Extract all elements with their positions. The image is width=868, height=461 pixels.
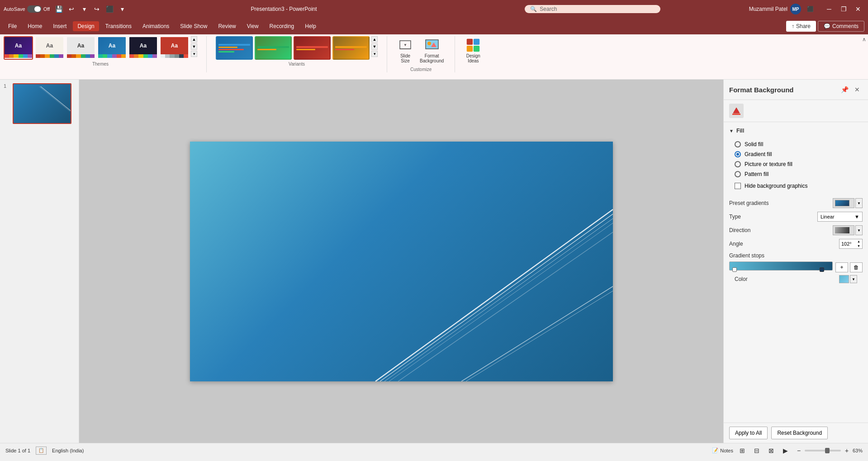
notes-button[interactable]: 📝 Notes: [712, 447, 733, 453]
fill-section-header[interactable]: ▼ Fill: [724, 126, 868, 138]
slide-thumb-1[interactable]: [13, 83, 71, 124]
fill-radio-group: Solid fill Gradient fill Picture or text…: [724, 138, 868, 181]
menu-design[interactable]: Design: [73, 21, 99, 31]
themes-scroll-up[interactable]: ▲: [191, 36, 197, 43]
variants-content: ▲ ▼ ▾: [216, 36, 378, 60]
zoom-out-button[interactable]: −: [795, 447, 803, 454]
panel-pin-icon[interactable]: 📌: [839, 84, 850, 95]
menu-insert[interactable]: Insert: [48, 21, 71, 31]
menu-help[interactable]: Help: [300, 21, 321, 31]
stop-handle-left[interactable]: [732, 267, 737, 272]
ribbon-collapse-button[interactable]: ∧: [862, 36, 866, 43]
gradient-fill-option[interactable]: Gradient fill: [735, 149, 857, 159]
theme-card-3[interactable]: Aa: [66, 36, 95, 60]
undo-dropdown-icon[interactable]: ▾: [79, 4, 90, 14]
format-panel: Format Background 📌 ✕ ▼ Fill: [723, 80, 868, 443]
menu-animations[interactable]: Animations: [138, 21, 174, 31]
zoom-in-button[interactable]: +: [843, 447, 851, 454]
menu-view[interactable]: View: [242, 21, 263, 31]
panel-title: Format Background: [729, 86, 794, 94]
fill-icon-button[interactable]: [729, 104, 744, 118]
variants-scroll-up[interactable]: ▲: [371, 36, 378, 43]
slide-size-button[interactable]: ▼ SlideSize: [396, 36, 414, 65]
hide-background-checkbox[interactable]: [735, 183, 741, 189]
menu-transitions[interactable]: Transitions: [101, 21, 136, 31]
type-dropdown[interactable]: Linear ▼: [817, 212, 863, 222]
solid-fill-option[interactable]: Solid fill: [735, 139, 857, 149]
variant-card-2[interactable]: [255, 36, 292, 60]
slide-canvas[interactable]: [190, 142, 613, 381]
variant-card-3[interactable]: [294, 36, 331, 60]
format-background-button[interactable]: FormatBackground: [418, 36, 446, 65]
preset-gradient-preview[interactable]: [833, 198, 854, 208]
hide-background-label: Hide background graphics: [745, 183, 807, 189]
pattern-fill-radio[interactable]: [735, 171, 741, 177]
customize-qat-icon[interactable]: ▾: [117, 4, 128, 14]
slide-sorter-button[interactable]: ⊟: [751, 445, 762, 456]
color-picker[interactable]: ▼: [839, 275, 857, 283]
menu-slideshow[interactable]: Slide Show: [175, 21, 212, 31]
panel-close-button[interactable]: ✕: [852, 84, 863, 95]
comments-button[interactable]: 💬 Comments: [818, 21, 864, 32]
gradient-stops-bar[interactable]: [729, 261, 833, 271]
themes-scroll-more[interactable]: ▾: [191, 51, 197, 57]
hide-background-option[interactable]: Hide background graphics: [724, 181, 868, 191]
direction-dropdown[interactable]: ▼: [855, 225, 863, 235]
preset-gradient-dropdown[interactable]: ▼: [855, 198, 863, 208]
solid-fill-radio[interactable]: [735, 141, 741, 147]
save-icon[interactable]: 💾: [53, 4, 64, 14]
restore-button[interactable]: ❐: [837, 3, 850, 15]
apply-to-all-button[interactable]: Apply to All: [729, 427, 768, 439]
pattern-fill-option[interactable]: Pattern fill: [735, 169, 857, 179]
reset-background-button[interactable]: Reset Background: [771, 427, 828, 439]
theme-card-2[interactable]: Aa: [35, 36, 64, 60]
minimize-button[interactable]: ─: [823, 3, 835, 15]
variant-card-1[interactable]: [216, 36, 253, 60]
angle-down-button[interactable]: ▼: [857, 244, 860, 248]
gradient-fill-radio[interactable]: [735, 151, 741, 157]
zoom-level: 63%: [853, 448, 863, 453]
svg-line-15: [384, 219, 613, 381]
picture-texture-option[interactable]: Picture or texture fill: [735, 159, 857, 169]
redo-icon[interactable]: ↪: [91, 4, 102, 14]
picture-texture-radio[interactable]: [735, 161, 741, 167]
design-ideas-button[interactable]: DesignIdeas: [464, 36, 482, 65]
theme-card-4[interactable]: Aa: [97, 36, 127, 60]
direction-preview[interactable]: [833, 225, 854, 235]
stop-handle-right[interactable]: [820, 267, 824, 272]
present-icon[interactable]: ⬛: [104, 4, 115, 14]
zoom-slider-thumb[interactable]: [825, 448, 830, 453]
undo-icon[interactable]: ↩: [66, 4, 77, 14]
slide-show-button[interactable]: ▶: [780, 445, 791, 456]
theme-card-5[interactable]: Aa: [128, 36, 158, 60]
close-button[interactable]: ✕: [852, 3, 864, 15]
user-avatar[interactable]: MP: [790, 4, 801, 14]
menu-home[interactable]: Home: [23, 21, 47, 31]
theme-card-1[interactable]: Aa: [4, 36, 33, 60]
share-button[interactable]: ↑ Share: [786, 21, 816, 32]
search-input[interactable]: Search: [540, 6, 557, 12]
color-dropdown-icon[interactable]: ▼: [850, 275, 857, 283]
menu-file[interactable]: File: [4, 21, 21, 31]
menu-recording[interactable]: Recording: [265, 21, 299, 31]
menu-review[interactable]: Review: [213, 21, 240, 31]
angle-up-button[interactable]: ▲: [857, 239, 860, 244]
variant-card-4[interactable]: [332, 36, 370, 60]
variants-scroll-more[interactable]: ▾: [371, 51, 378, 57]
stop-buttons: + 🗑: [835, 262, 863, 272]
ribbon-display-icon[interactable]: ⬛: [805, 4, 816, 14]
designer-group: DesignIdeas: [464, 36, 482, 65]
theme-card-6[interactable]: Aa: [160, 36, 189, 60]
ribbon: Aa Aa: [0, 34, 868, 80]
add-stop-button[interactable]: +: [835, 262, 848, 272]
canvas-area[interactable]: [79, 80, 723, 443]
variants-scroll-down[interactable]: ▼: [371, 43, 378, 50]
normal-view-button[interactable]: ⊞: [737, 445, 748, 456]
slide-notes-icon[interactable]: 📋: [36, 447, 47, 455]
autosave-toggle[interactable]: [27, 5, 42, 13]
angle-input[interactable]: 102° ▲ ▼: [839, 239, 863, 249]
remove-stop-button[interactable]: 🗑: [850, 262, 863, 272]
zoom-slider[interactable]: [805, 450, 841, 451]
reading-view-button[interactable]: ⊠: [766, 445, 777, 456]
themes-scroll-down[interactable]: ▼: [191, 43, 197, 50]
